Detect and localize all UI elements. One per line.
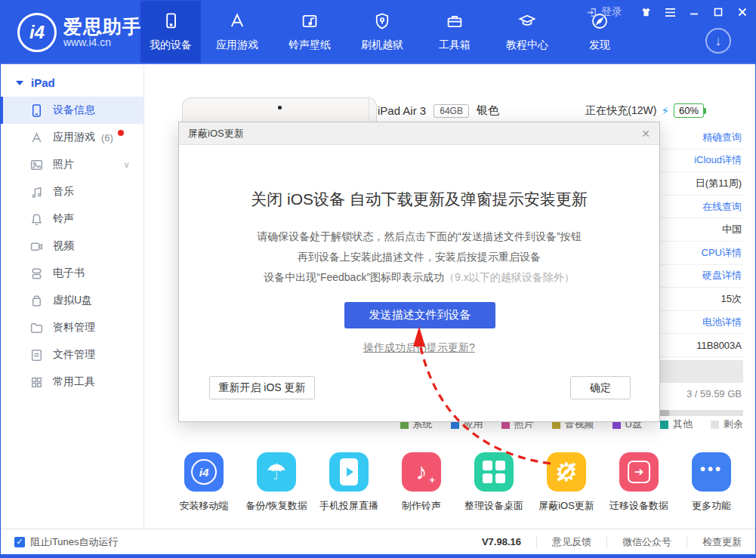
tab-label: 教程中心 — [506, 39, 548, 52]
info-link-precise-query[interactable]: 精确查询 — [659, 126, 743, 150]
dialog-close-icon[interactable]: ✕ — [641, 128, 650, 140]
info-link-battery-details[interactable]: 电池详情 — [659, 311, 743, 334]
notification-dot — [118, 130, 124, 136]
dialog-line3: 设备中出现“Feedback”图标即表示成功（9.x以下的越狱设备除外） — [179, 267, 659, 288]
download-manager-icon[interactable]: ↓ — [705, 28, 731, 54]
info-value-build: 11B8003A — [659, 334, 743, 357]
tab-apps-games[interactable]: 应用游戏 — [201, 1, 273, 63]
info-value-region: 中国 — [659, 218, 743, 242]
list-menu-icon[interactable] — [663, 6, 677, 18]
sidebar-item-data-management[interactable]: 资料管理 — [1, 314, 143, 341]
sidebar-item-ringtones[interactable]: 铃声 — [1, 205, 143, 233]
tab-ringtone-wallpaper[interactable]: 铃声壁纸 — [273, 1, 346, 63]
tab-tutorial-center[interactable]: 教程中心 — [491, 1, 563, 63]
tool-screen-mirror[interactable]: 手机投屏直播 — [313, 452, 385, 513]
login-button[interactable]: 登录 — [586, 5, 622, 19]
app-window: i4 爱思助手 www.i4.cn 我的设备 应用游戏 铃声壁纸 刷机越狱 — [0, 0, 756, 558]
divider — [606, 537, 607, 547]
app-url: www.i4.cn — [63, 36, 142, 48]
maximize-icon[interactable] — [711, 6, 725, 18]
sidebar: iPad 设备信息 应用游戏 (6) 照片 ∨ 音乐 铃声 视频 — [1, 66, 144, 529]
tool-more-features[interactable]: ••• 更多功能 — [675, 452, 748, 513]
capacity-badge: 64GB — [434, 104, 469, 118]
sidebar-item-apps-games[interactable]: 应用游戏 (6) — [1, 124, 143, 151]
appstore-icon — [29, 131, 44, 145]
tab-my-device[interactable]: 我的设备 — [140, 1, 201, 63]
info-link-disk-details[interactable]: 硬盘详情 — [659, 265, 743, 288]
tool-label: 备份/恢复数据 — [245, 499, 307, 513]
tool-make-ringtone[interactable]: ♪+ 制作铃声 — [385, 452, 458, 513]
checkbox-checked-icon[interactable]: ✓ — [14, 537, 25, 547]
ok-button[interactable]: 确定 — [570, 376, 631, 399]
dialog-line1: 请确保设备处于解锁状态，然后点击下面的“发送描述文件到设备”按钮 — [179, 227, 659, 247]
device-camera-dot — [278, 106, 282, 109]
device-model: iPad Air 3 — [378, 104, 426, 117]
info-link-icloud-details[interactable]: iCloud详情 — [659, 150, 743, 173]
more-features-icon: ••• — [692, 452, 731, 492]
sidebar-item-label: 视频 — [53, 239, 74, 253]
sidebar-item-label: 常用工具 — [53, 375, 95, 389]
tool-backup-restore[interactable]: ☂ 备份/恢复数据 — [240, 452, 313, 513]
sidebar-item-label: 照片 — [53, 158, 74, 171]
chevron-down-icon[interactable]: ∨ — [123, 159, 130, 170]
organize-desktop-icon — [474, 452, 514, 492]
tutorial-cap-icon — [518, 12, 536, 32]
screen-mirror-icon — [329, 452, 369, 492]
sidebar-device-group[interactable]: iPad — [1, 66, 143, 97]
theme-icon[interactable] — [639, 6, 653, 18]
tool-install-mobile[interactable]: i4 安装移动端 — [168, 452, 240, 513]
statusbar-right: V7.98.16 意见反馈 微信公众号 检查更新 — [482, 535, 742, 549]
feedback-link[interactable]: 意见反馈 — [552, 535, 591, 549]
send-profile-button[interactable]: 发送描述文件到设备 — [344, 302, 495, 328]
tab-label: 发现 — [589, 39, 610, 52]
info-row-covered — [659, 360, 743, 383]
tool-block-ios-update[interactable]: ⚙ 屏蔽iOS更新 — [530, 452, 603, 513]
sidebar-item-device-info[interactable]: 设备信息 — [1, 97, 143, 124]
sidebar-item-common-tools[interactable]: 常用工具 — [1, 368, 143, 396]
sidebar-item-virtual-usb[interactable]: 虚拟U盘 — [1, 287, 143, 314]
device-summary: iPad Air 3 64GB 银色 — [378, 103, 499, 118]
sidebar-item-label: 虚拟U盘 — [53, 294, 92, 307]
legend-other: 其他 — [660, 418, 693, 431]
tab-flash-jailbreak[interactable]: 刷机越狱 — [346, 1, 418, 63]
music-icon — [29, 185, 44, 199]
charging-label: 正在快充(12W) — [585, 104, 656, 118]
tool-label: 整理设备桌面 — [464, 499, 523, 513]
status-bar: ✓ 阻止iTunes自动运行 V7.98.16 意见反馈 微信公众号 检查更新 — [1, 529, 755, 557]
tool-organize-desktop[interactable]: 整理设备桌面 — [458, 452, 530, 513]
sidebar-item-photos[interactable]: 照片 ∨ — [1, 151, 143, 178]
window-bottom-strip — [1, 554, 755, 557]
sidebar-item-label: 设备信息 — [53, 103, 95, 117]
tool-migrate-data[interactable]: ➜ 迁移设备数据 — [603, 452, 675, 513]
battery-badge: 60% — [674, 103, 704, 118]
sidebar-item-ebooks[interactable]: 电子书 — [1, 260, 143, 287]
main-nav: 我的设备 应用游戏 铃声壁纸 刷机越狱 工具箱 教程中心 — [140, 1, 636, 63]
legend-free: 剩余 — [711, 418, 743, 431]
folder-icon — [29, 321, 44, 335]
tool-label: 迁移设备数据 — [609, 499, 668, 513]
sidebar-item-videos[interactable]: 视频 — [1, 233, 143, 260]
storage-bar — [659, 410, 743, 416]
info-link-online-query[interactable]: 在线查询 — [659, 196, 743, 219]
device-icon — [162, 12, 180, 32]
close-icon[interactable] — [736, 6, 749, 18]
wechat-official-link[interactable]: 微信公众号 — [622, 535, 671, 549]
tab-label: 工具箱 — [439, 39, 471, 52]
sidebar-item-music[interactable]: 音乐 — [1, 178, 143, 205]
battery-status: 正在快充(12W) ⚡ 60% — [585, 103, 704, 118]
itunes-autorun-option[interactable]: ✓ 阻止iTunes自动运行 — [14, 535, 119, 549]
still-prompt-update-link[interactable]: 操作成功后仍提示更新? — [363, 341, 475, 353]
tab-toolbox[interactable]: 工具箱 — [418, 1, 491, 63]
install-mobile-icon: i4 — [184, 452, 224, 492]
tool-label: 安装移动端 — [180, 499, 229, 513]
check-update-link[interactable]: 检查更新 — [702, 535, 742, 549]
usb-disk-icon — [29, 294, 44, 308]
sidebar-item-label: 资料管理 — [53, 321, 95, 334]
photo-icon — [29, 158, 44, 172]
sidebar-item-label: 音乐 — [53, 185, 74, 199]
sidebar-item-file-management[interactable]: 文件管理 — [1, 341, 143, 368]
info-value-week: 日(第11周) — [659, 172, 743, 196]
minimize-icon[interactable] — [687, 6, 701, 18]
info-link-cpu-details[interactable]: CPU详情 — [659, 242, 743, 265]
reopen-ios-update-button[interactable]: 重新开启 iOS 更新 — [209, 376, 315, 399]
